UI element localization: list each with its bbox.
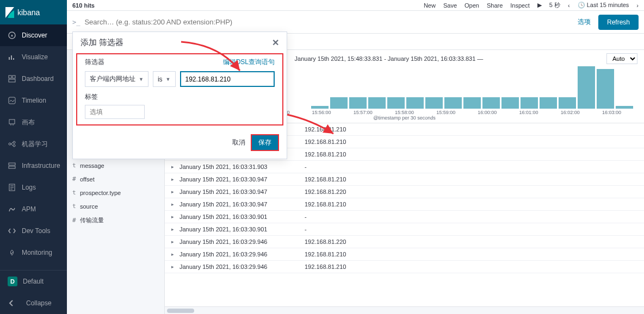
table-row[interactable]: ▸January 15th 2021, 16:03:29.946192.168.…	[165, 236, 644, 248]
table-row[interactable]: ▸January 15th 2021, 16:03:30.947192.168.…	[165, 173, 644, 186]
chart-bar[interactable]	[540, 97, 557, 109]
chart-bar[interactable]	[311, 106, 329, 109]
space-badge: D	[8, 277, 17, 286]
nav-item-logs[interactable]: Logs	[0, 177, 67, 198]
close-icon[interactable]: ✕	[272, 37, 279, 48]
field-item[interactable]: #offset	[67, 172, 164, 186]
nav-item-visualize[interactable]: Visualize	[0, 46, 67, 68]
xaxis-tick: 15:59:00	[436, 110, 455, 115]
table-row[interactable]: ▸January 15th 2021, 16:03:29.946192.168.…	[165, 261, 644, 273]
nav-item-dev-tools[interactable]: Dev Tools	[0, 220, 67, 242]
row-time: January 15th 2021, 16:03:30.901	[179, 226, 305, 233]
nav-label: Visualize	[22, 53, 48, 61]
chart-bar[interactable]	[368, 97, 386, 109]
search-prompt-icon: >_	[72, 18, 80, 26]
nav-item-management[interactable]: Management	[0, 263, 67, 270]
nav-item-dashboard[interactable]: Dashboard	[0, 68, 67, 90]
row-source: 192.168.81.210	[305, 151, 346, 158]
share-link[interactable]: Share	[487, 2, 503, 9]
nav-item-timelion[interactable]: Timelion	[0, 90, 67, 111]
expand-icon[interactable]: ▸	[171, 202, 174, 207]
chart-bar[interactable]	[387, 97, 405, 109]
nav-item-画布[interactable]: 画布	[0, 111, 67, 133]
filter-value-input[interactable]	[180, 71, 275, 87]
chart-bar[interactable]	[501, 97, 519, 109]
field-name: offset	[80, 176, 95, 183]
table-row[interactable]: ▸January 15th 2021, 16:03:30.901-	[165, 211, 644, 223]
table-row[interactable]: ▸January 15th 2021, 16:03:30.947192.168.…	[165, 186, 644, 198]
save-button[interactable]: 保存	[251, 134, 279, 151]
modal-footer: 取消 保存	[73, 131, 287, 159]
chart-bar[interactable]	[597, 69, 614, 109]
chart-bar[interactable]	[444, 97, 462, 109]
chevron-down-icon: ▼	[166, 77, 171, 82]
operator-select[interactable]: is ▼	[153, 71, 176, 87]
table-row[interactable]: ▸January 15th 2021, 16:03:30.901-	[165, 223, 644, 236]
play-icon[interactable]: ▶	[537, 2, 542, 9]
chevron-left-icon[interactable]: ‹	[568, 2, 570, 9]
nav-item-机器学习[interactable]: 机器学习	[0, 133, 67, 155]
chart-bar[interactable]	[463, 97, 481, 109]
expand-icon[interactable]: ▸	[171, 214, 174, 219]
horizontal-scrollbar[interactable]	[165, 306, 644, 314]
expand-icon[interactable]: ▸	[171, 227, 174, 232]
collapse-label: Collapse	[26, 299, 52, 307]
tag-input[interactable]	[85, 105, 145, 119]
table-row[interactable]: ▸January 15th 2021, 16:03:31.903-	[165, 161, 644, 173]
refresh-interval[interactable]: 5 秒	[549, 1, 560, 9]
expand-icon[interactable]: ▸	[171, 189, 174, 194]
chart-bar[interactable]	[578, 66, 595, 109]
new-link[interactable]: New	[424, 2, 436, 9]
save-link[interactable]: Save	[443, 2, 457, 9]
field-select[interactable]: 客户端内网地址 ▼	[85, 71, 148, 87]
svg-rect-10	[9, 166, 15, 168]
chart-bar[interactable]	[616, 106, 633, 109]
chart-bar[interactable]	[425, 97, 443, 109]
chart-bar[interactable]	[330, 97, 348, 109]
ml-icon	[8, 140, 16, 148]
interval-select[interactable]: Auto	[606, 53, 637, 64]
chart-bar[interactable]	[349, 97, 367, 109]
expand-icon[interactable]: ▸	[171, 177, 174, 182]
chart-bar[interactable]	[521, 97, 538, 109]
expand-icon[interactable]: ▸	[171, 239, 174, 244]
chart-bar[interactable]	[482, 97, 500, 109]
nav-item-apm[interactable]: APM	[0, 198, 67, 220]
options-link[interactable]: 选项	[578, 17, 591, 27]
row-time: January 15th 2021, 16:03:31.903	[179, 164, 305, 170]
open-link[interactable]: Open	[465, 2, 479, 9]
space-default[interactable]: D Default	[0, 271, 67, 292]
chart-bar[interactable]	[559, 97, 576, 109]
expand-icon[interactable]: ▸	[171, 264, 174, 269]
row-source: 192.168.81.210	[305, 201, 346, 208]
field-name: source	[80, 203, 98, 210]
row-time: January 15th 2021, 16:03:30.947	[179, 189, 305, 195]
refresh-button[interactable]: Refresh	[598, 15, 639, 30]
collapse-button[interactable]: Collapse	[0, 292, 67, 314]
field-item[interactable]: tmessage	[67, 159, 164, 172]
inspect-link[interactable]: Inspect	[510, 2, 529, 9]
chart-bar[interactable]	[406, 97, 424, 109]
field-item[interactable]: tsource	[67, 199, 164, 213]
topbar: 610 hits New Save Open Share Inspect ▶ 5…	[67, 0, 644, 11]
search-input[interactable]	[84, 18, 570, 26]
field-select-value: 客户端内网地址	[90, 74, 135, 84]
timerange[interactable]: 🕓 Last 15 minutes	[578, 2, 629, 9]
svg-rect-2	[13, 76, 15, 78]
chevron-right-icon[interactable]: ›	[636, 2, 639, 9]
edit-dsl-link[interactable]: 编辑DSL查询语句	[223, 58, 275, 67]
field-item[interactable]: tprospector.type	[67, 186, 164, 199]
cancel-button[interactable]: 取消	[232, 138, 245, 147]
row-source: 192.168.81.210	[305, 263, 346, 270]
expand-icon[interactable]: ▸	[171, 164, 174, 169]
table-row[interactable]: ▸January 15th 2021, 16:03:30.947192.168.…	[165, 198, 644, 211]
row-source: -	[305, 213, 307, 220]
row-source: -	[305, 226, 307, 233]
expand-icon[interactable]: ▸	[171, 252, 174, 257]
field-item[interactable]: #传输流量	[67, 213, 164, 228]
nav-item-infrastructure[interactable]: Infrastructure	[0, 155, 67, 177]
kibana-logo[interactable]: kibana	[0, 0, 67, 24]
nav-item-discover[interactable]: Discover	[0, 24, 67, 46]
table-row[interactable]: ▸January 15th 2021, 16:03:29.946192.168.…	[165, 248, 644, 261]
nav-item-monitoring[interactable]: Monitoring	[0, 242, 67, 263]
